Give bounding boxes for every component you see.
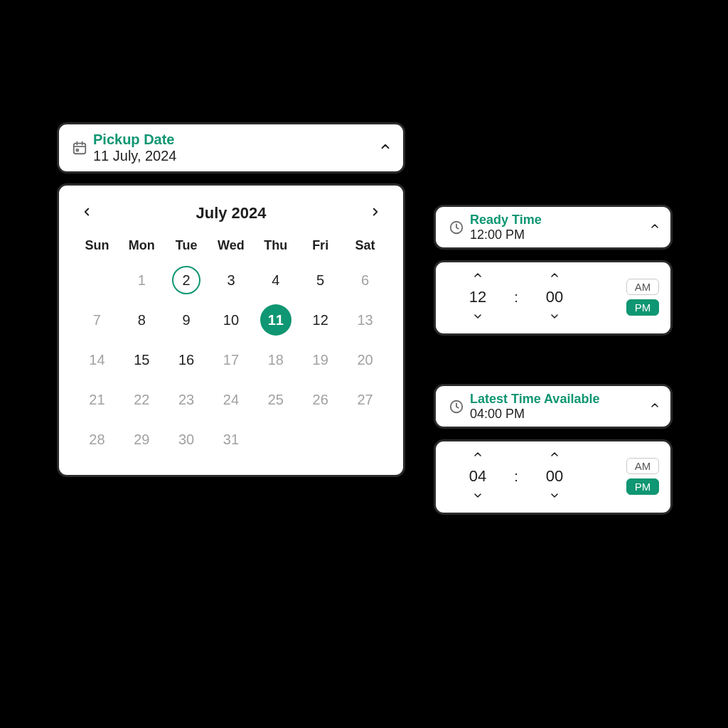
latest-ampm-toggle: AM PM xyxy=(626,458,659,495)
time-colon: : xyxy=(510,469,523,485)
calendar-day[interactable]: 20 xyxy=(343,340,387,380)
latest-hour-column: 04 xyxy=(453,447,503,505)
calendar-day[interactable]: 6 xyxy=(343,260,387,300)
next-month-button[interactable] xyxy=(366,203,385,224)
svg-rect-0 xyxy=(74,144,86,154)
calendar-day[interactable]: 30 xyxy=(164,419,209,459)
calendar-day[interactable]: 15 xyxy=(119,340,164,380)
ready-am-button[interactable]: AM xyxy=(626,279,659,295)
ready-pm-button[interactable]: PM xyxy=(626,299,659,316)
chevron-up-icon[interactable] xyxy=(379,140,392,156)
ready-hour-value: 12 xyxy=(469,285,486,309)
calendar-day[interactable]: 7 xyxy=(75,300,119,340)
latest-am-button[interactable]: AM xyxy=(626,458,659,474)
hour-down-button[interactable] xyxy=(471,488,485,505)
pickup-date-value: 11 July, 2024 xyxy=(93,148,177,164)
chevron-up-icon[interactable] xyxy=(649,220,660,235)
ready-minute-column: 00 xyxy=(530,268,579,326)
prev-month-button[interactable] xyxy=(77,203,96,224)
calendar-day[interactable]: 14 xyxy=(75,340,119,380)
calendar-day[interactable]: 27 xyxy=(343,380,387,419)
minute-up-button[interactable] xyxy=(547,268,562,285)
ready-ampm-toggle: AM PM xyxy=(626,279,659,316)
calendar-grid: SunMonTueWedThuFriSat 123456789101112131… xyxy=(75,234,387,459)
calendar-day[interactable]: 31 xyxy=(209,419,254,459)
calendar-day[interactable]: 21 xyxy=(75,380,119,419)
calendar-day[interactable]: 25 xyxy=(253,380,298,419)
pickup-date-label: Pickup Date xyxy=(93,132,177,148)
latest-time-header[interactable]: Latest Time Available 04:00 PM xyxy=(434,384,673,429)
calendar-title: July 2024 xyxy=(196,204,266,223)
calendar-dow: Fri xyxy=(298,234,343,260)
calendar-day[interactable]: 26 xyxy=(298,380,343,419)
ready-time-label: Ready Time xyxy=(470,213,542,228)
hour-down-button[interactable] xyxy=(471,309,485,326)
calendar-day[interactable]: 19 xyxy=(298,340,343,380)
calendar-day[interactable]: 1 xyxy=(119,260,164,300)
calendar-day[interactable]: 16 xyxy=(164,340,209,380)
ready-time-value: 12:00 PM xyxy=(470,228,542,242)
minute-up-button[interactable] xyxy=(547,447,562,464)
calendar-day[interactable]: 10 xyxy=(209,300,254,340)
calendar-day[interactable]: 28 xyxy=(75,419,119,459)
ready-time-picker: 12 : 00 AM PM xyxy=(434,260,673,336)
calendar-day xyxy=(343,419,387,459)
time-colon: : xyxy=(510,289,523,306)
calendar-day[interactable]: 29 xyxy=(119,419,164,459)
calendar-day[interactable]: 9 xyxy=(164,300,209,340)
ready-hour-column: 12 xyxy=(453,268,503,326)
calendar-day xyxy=(253,419,298,459)
calendar-dow: Thu xyxy=(253,234,298,260)
calendar-day[interactable]: 24 xyxy=(209,380,254,419)
calendar-day[interactable]: 3 xyxy=(209,260,254,300)
latest-pm-button[interactable]: PM xyxy=(626,478,659,495)
clock-icon xyxy=(446,399,467,414)
calendar-day[interactable]: 12 xyxy=(298,300,343,340)
calendar-day[interactable]: 8 xyxy=(119,300,164,340)
chevron-up-icon[interactable] xyxy=(649,400,660,414)
hour-up-button[interactable] xyxy=(471,447,485,464)
calendar-day xyxy=(75,260,119,300)
minute-down-button[interactable] xyxy=(547,309,562,326)
hour-up-button[interactable] xyxy=(471,268,485,285)
calendar-day[interactable]: 5 xyxy=(298,260,343,300)
calendar-day[interactable]: 18 xyxy=(253,340,298,380)
calendar-day[interactable]: 17 xyxy=(209,340,254,380)
clock-icon xyxy=(446,220,467,235)
svg-rect-1 xyxy=(76,149,78,151)
latest-hour-value: 04 xyxy=(469,464,486,488)
calendar-dow: Tue xyxy=(164,234,209,260)
calendar-dow: Sat xyxy=(343,234,387,260)
ready-minute-value: 00 xyxy=(546,285,563,309)
calendar-day[interactable]: 13 xyxy=(343,300,387,340)
calendar-day[interactable]: 23 xyxy=(164,380,209,419)
latest-time-value: 04:00 PM xyxy=(470,407,599,422)
pickup-date-header[interactable]: Pickup Date 11 July, 2024 xyxy=(57,122,405,173)
calendar-icon xyxy=(69,140,90,156)
calendar-day[interactable]: 11 xyxy=(253,300,298,340)
calendar-day[interactable]: 2 xyxy=(164,260,209,300)
calendar-day[interactable]: 4 xyxy=(253,260,298,300)
minute-down-button[interactable] xyxy=(547,488,562,505)
latest-minute-value: 00 xyxy=(546,464,563,488)
latest-minute-column: 00 xyxy=(530,447,579,505)
latest-time-picker: 04 : 00 AM PM xyxy=(434,439,673,515)
calendar-panel: July 2024 SunMonTueWedThuFriSat 12345678… xyxy=(57,183,405,477)
ready-time-header[interactable]: Ready Time 12:00 PM xyxy=(434,205,673,250)
calendar-day xyxy=(298,419,343,459)
calendar-dow: Mon xyxy=(119,234,164,260)
calendar-dow: Sun xyxy=(75,234,119,260)
latest-time-label: Latest Time Available xyxy=(470,392,599,407)
calendar-day[interactable]: 22 xyxy=(119,380,164,419)
calendar-dow: Wed xyxy=(209,234,254,260)
